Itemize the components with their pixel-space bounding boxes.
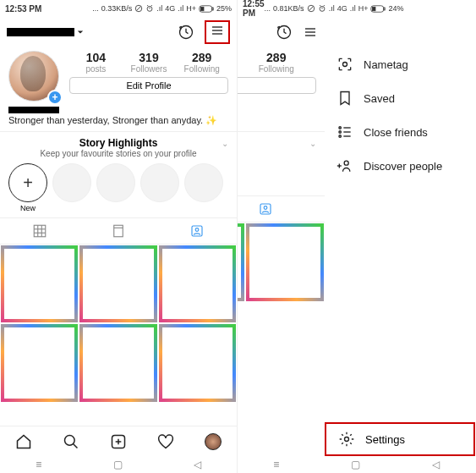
menu-discover[interactable]: Discover people xyxy=(325,149,475,183)
avatar[interactable]: + xyxy=(8,51,61,103)
home-button-icon[interactable]: ▢ xyxy=(113,459,123,470)
bottom-nav xyxy=(0,426,237,456)
status-net: 4G xyxy=(337,4,347,13)
stat-following[interactable]: 289 Following xyxy=(175,51,228,74)
search-icon[interactable] xyxy=(63,433,79,450)
nametag-icon xyxy=(336,56,353,73)
svg-point-42 xyxy=(343,63,347,67)
status-speed: 0.33KB/s xyxy=(101,4,133,13)
svg-line-28 xyxy=(309,7,313,11)
highlight-placeholder xyxy=(52,163,91,202)
highlight-new[interactable]: + xyxy=(8,163,47,202)
grid-icon xyxy=(32,223,47,239)
profile-tab-icon[interactable] xyxy=(205,433,222,450)
archive-icon[interactable] xyxy=(276,24,293,41)
chevron-down-icon[interactable]: ⌄ xyxy=(222,139,228,148)
edit-profile-button[interactable]: ofile xyxy=(238,77,316,94)
menu-settings-label: Settings xyxy=(365,433,405,446)
stat-posts[interactable]: 104 posts xyxy=(69,51,123,74)
status-speed: 0.81KB/s xyxy=(273,4,304,13)
svg-rect-35 xyxy=(373,7,376,11)
svg-point-43 xyxy=(339,127,342,129)
svg-line-23 xyxy=(74,443,78,448)
heart-icon[interactable] xyxy=(157,433,174,450)
post-cell[interactable] xyxy=(238,223,245,302)
gear-icon xyxy=(338,431,355,448)
menu-discover-label: Discover people xyxy=(364,160,442,173)
stat-following-num: 289 xyxy=(238,51,316,64)
svg-line-32 xyxy=(323,5,324,6)
menu-nametag[interactable]: Nametag xyxy=(325,47,475,81)
tab-tagged[interactable] xyxy=(158,218,237,244)
back-icon[interactable]: ◁ xyxy=(194,459,201,470)
battery-icon xyxy=(370,5,386,13)
status-bar: 12:55 PM ... 0.81KB/s .ıl 4G .ıl H+ 24% xyxy=(238,0,325,17)
bio: Stronger than yesterday, Stronger than a… xyxy=(0,105,237,131)
menu-close-friends[interactable]: Close friends xyxy=(325,115,475,149)
post-cell[interactable] xyxy=(158,245,237,323)
post-cell[interactable] xyxy=(0,245,79,323)
highlight-placeholder xyxy=(96,163,135,202)
svg-rect-7 xyxy=(212,8,214,10)
stat-followers-num: 319 xyxy=(123,51,176,64)
stat-followers[interactable]: 319 Followers xyxy=(123,51,176,74)
post-cell[interactable] xyxy=(158,323,237,402)
status-batt: 24% xyxy=(388,4,403,13)
highlight-placeholder xyxy=(184,163,223,202)
svg-point-45 xyxy=(339,135,342,138)
back-icon[interactable]: ◁ xyxy=(432,459,440,470)
svg-rect-8 xyxy=(200,7,204,11)
home-icon[interactable] xyxy=(15,433,32,450)
tagged-icon xyxy=(189,223,205,239)
stat-posts-lbl: posts xyxy=(69,64,123,74)
stat-following-lbl: Following xyxy=(238,64,316,74)
menu-icon[interactable] xyxy=(303,25,318,39)
menu-settings[interactable]: Settings xyxy=(325,422,475,456)
recent-apps-icon[interactable]: ≡ xyxy=(273,459,279,470)
menu-saved-label: Saved xyxy=(364,92,395,105)
profile-header xyxy=(238,17,325,47)
username-dropdown[interactable] xyxy=(7,28,178,36)
svg-point-21 xyxy=(195,228,199,232)
highlights-sub: Keep your favourite stories on your prof… xyxy=(0,149,237,158)
post-cell[interactable] xyxy=(245,223,325,302)
home-button-icon[interactable]: ▢ xyxy=(351,459,360,470)
menu-close-label: Close friends xyxy=(364,126,428,139)
side-drawer: Nametag Saved Close friends Discover peo… xyxy=(325,47,475,473)
system-nav: ≡ ▢ ◁ xyxy=(238,456,475,473)
post-cell[interactable] xyxy=(79,245,157,323)
feed-icon xyxy=(111,223,126,239)
posts-grid xyxy=(0,245,237,403)
dnd-icon xyxy=(134,4,143,13)
edit-profile-button[interactable]: Edit Profile xyxy=(69,77,228,94)
chevron-down-icon xyxy=(77,29,84,36)
svg-line-5 xyxy=(151,5,152,6)
bio-text: Stronger than yesterday, Stronger than a… xyxy=(8,115,217,125)
name-redacted xyxy=(8,107,59,113)
svg-point-52 xyxy=(345,437,349,442)
menu-saved[interactable]: Saved xyxy=(325,81,475,115)
svg-rect-13 xyxy=(34,225,46,237)
stat-following[interactable]: 289 Following xyxy=(238,51,316,74)
tab-grid[interactable] xyxy=(0,218,79,244)
bio: anyday. ✨ xyxy=(238,105,325,131)
svg-rect-18 xyxy=(114,225,123,237)
tab-feed[interactable] xyxy=(79,218,157,244)
stat-followers-lbl: Followers xyxy=(123,64,176,74)
svg-line-31 xyxy=(320,5,320,6)
post-cell[interactable] xyxy=(79,323,157,402)
story-highlights: our profile ⌄ xyxy=(238,131,325,195)
svg-line-4 xyxy=(147,5,148,6)
tab-tagged[interactable] xyxy=(238,196,325,222)
posts-grid xyxy=(238,223,325,381)
add-post-icon[interactable] xyxy=(110,433,127,450)
list-icon xyxy=(336,124,353,140)
chevron-down-icon[interactable]: ⌄ xyxy=(309,139,316,148)
bookmark-icon xyxy=(336,90,353,107)
post-cell[interactable] xyxy=(0,323,79,402)
recent-apps-icon[interactable]: ≡ xyxy=(36,459,41,470)
highlight-new-label: New xyxy=(8,204,47,212)
archive-icon[interactable] xyxy=(178,24,194,41)
add-story-badge[interactable]: + xyxy=(47,90,63,105)
menu-icon[interactable] xyxy=(210,24,225,37)
